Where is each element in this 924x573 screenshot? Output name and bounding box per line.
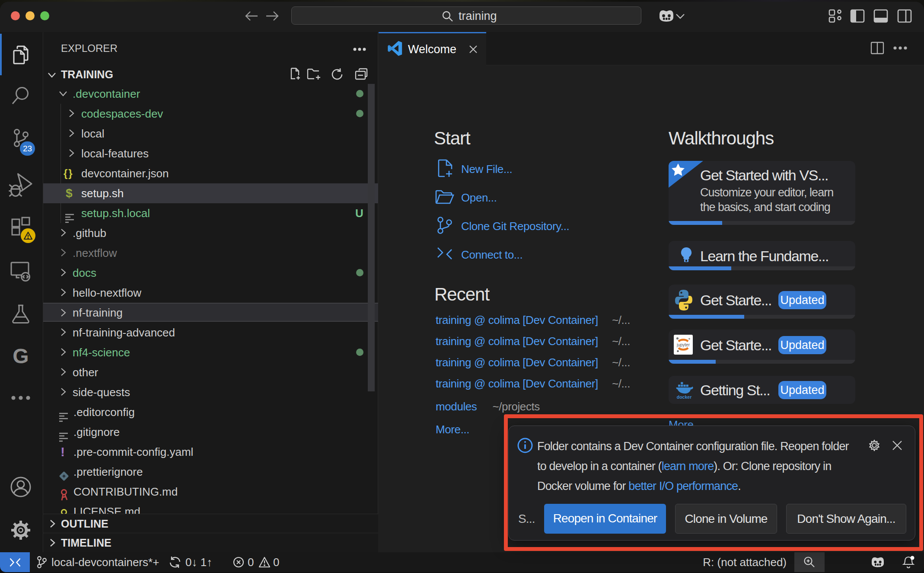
svg-text:jupyter: jupyter <box>676 343 690 347</box>
svg-text:docker: docker <box>677 394 691 400</box>
